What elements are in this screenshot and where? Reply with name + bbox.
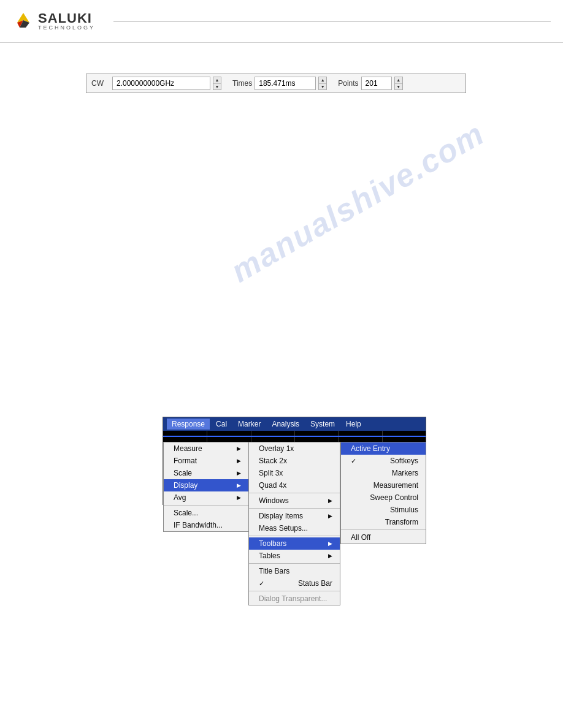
toolbar-measurement[interactable]: ✓ Measurement bbox=[341, 479, 426, 491]
main-content: CW ▲ ▼ Times ▲ ▼ Points ▲ ▼ bbox=[0, 43, 563, 105]
menu-measure[interactable]: Measure▶ bbox=[164, 442, 248, 455]
toolbars-submenu: Active Entry ✓ Softkeys ✓ Markers ✓ Meas… bbox=[340, 442, 426, 544]
display-title-bars[interactable]: Title Bars bbox=[249, 565, 340, 577]
logo-technology: TECHNOLOGY bbox=[38, 25, 95, 31]
points-label: Points bbox=[338, 79, 358, 88]
times-spinner[interactable]: ▲ ▼ bbox=[318, 77, 327, 90]
header-divider bbox=[113, 21, 551, 21]
status-bar-check: ✓ bbox=[259, 580, 264, 588]
display-quad[interactable]: Quad 4x bbox=[249, 479, 340, 491]
softkeys-check: ✓ bbox=[351, 457, 356, 465]
header: SALUKI TECHNOLOGY bbox=[0, 0, 563, 43]
toolbar-stimulus[interactable]: ✓ Stimulus bbox=[341, 504, 426, 516]
toolbar-sweep-control[interactable]: ✓ Sweep Control bbox=[341, 491, 426, 504]
toolbar-softkeys[interactable]: ✓ Softkeys bbox=[341, 455, 426, 467]
menu-bar: Response Cal Marker Analysis System Help bbox=[163, 417, 426, 431]
logo: SALUKI TECHNOLOGY bbox=[12, 10, 95, 32]
display-status-bar[interactable]: ✓ Status Bar bbox=[249, 577, 340, 590]
display-tables[interactable]: Tables▶ bbox=[249, 550, 340, 562]
menu-if-bandwidth[interactable]: IF Bandwidth... bbox=[164, 519, 248, 531]
logo-saluki: SALUKI bbox=[38, 12, 95, 25]
menu-analysis[interactable]: Analysis bbox=[267, 419, 304, 430]
menu-format[interactable]: Format▶ bbox=[164, 455, 248, 467]
logo-icon bbox=[12, 10, 34, 32]
menu-scale-dots[interactable]: Scale... bbox=[164, 507, 248, 519]
display-stack[interactable]: Stack 2x bbox=[249, 455, 340, 467]
toolbar-markers[interactable]: ✓ Markers bbox=[341, 467, 426, 479]
menu-display[interactable]: Display▶ bbox=[164, 479, 248, 491]
display-windows[interactable]: Windows▶ bbox=[249, 495, 340, 507]
cw-label: CW bbox=[91, 79, 110, 88]
points-spinner[interactable]: ▲ ▼ bbox=[394, 77, 403, 90]
cw-spinner[interactable]: ▲ ▼ bbox=[213, 77, 221, 90]
response-dropdown: Measure▶ Format▶ Scale▶ Display▶ Avg▶ Sc… bbox=[163, 442, 249, 532]
display-items[interactable]: Display Items▶ bbox=[249, 510, 340, 522]
menu-marker[interactable]: Marker bbox=[233, 419, 266, 430]
control-bar: CW ▲ ▼ Times ▲ ▼ Points ▲ ▼ bbox=[86, 74, 466, 93]
logo-text: SALUKI TECHNOLOGY bbox=[38, 12, 95, 31]
display-sep2 bbox=[249, 508, 340, 509]
menu-help[interactable]: Help bbox=[341, 419, 366, 430]
display-sep3 bbox=[249, 536, 340, 536]
trace-line bbox=[163, 436, 426, 437]
display-meas-setups[interactable]: Meas Setups... bbox=[249, 522, 340, 534]
menu-scale[interactable]: Scale▶ bbox=[164, 467, 248, 479]
display-sep4 bbox=[249, 563, 340, 564]
display-toolbars[interactable]: Toolbars▶ bbox=[249, 537, 340, 550]
screenshot-area: Response Cal Marker Analysis System Help bbox=[163, 417, 426, 505]
menu-cal[interactable]: Cal bbox=[211, 419, 232, 430]
display-dialog-transparent[interactable]: Dialog Transparent... bbox=[249, 593, 340, 605]
menu-response[interactable]: Response bbox=[167, 419, 210, 430]
points-input[interactable] bbox=[361, 77, 392, 90]
toolbar-active-entry[interactable]: Active Entry bbox=[341, 442, 426, 455]
watermark: manualshive.com bbox=[224, 115, 491, 289]
menu-sep1 bbox=[164, 505, 248, 506]
times-label: Times bbox=[232, 79, 252, 88]
times-input[interactable] bbox=[255, 77, 316, 90]
display-split[interactable]: Split 3x bbox=[249, 467, 340, 479]
display-sep5 bbox=[249, 591, 340, 591]
display-sep1 bbox=[249, 493, 340, 493]
display-submenu: Overlay 1x Stack 2x Split 3x Quad 4x Win… bbox=[248, 442, 340, 605]
menu-system[interactable]: System bbox=[305, 419, 340, 430]
toolbar-all-off[interactable]: All Off bbox=[341, 531, 426, 544]
toolbar-transform[interactable]: ✓ Transform bbox=[341, 516, 426, 528]
display-overlay[interactable]: Overlay 1x bbox=[249, 442, 340, 455]
menu-avg[interactable]: Avg▶ bbox=[164, 491, 248, 504]
toolbars-sep1 bbox=[341, 529, 426, 530]
cw-input[interactable] bbox=[112, 77, 210, 90]
